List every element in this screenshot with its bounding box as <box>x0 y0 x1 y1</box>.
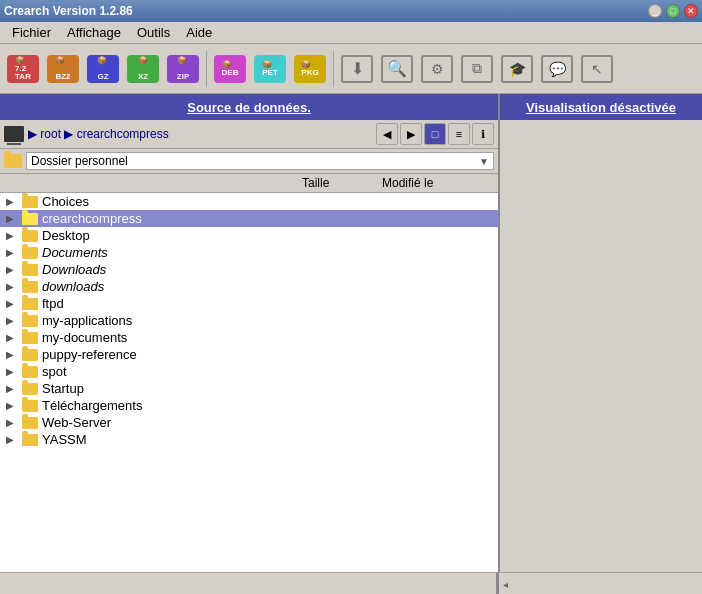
folder-icon-small <box>22 196 38 208</box>
folder-icon-small <box>22 315 38 327</box>
expand-arrow-icon: ▶ <box>2 281 18 292</box>
tree-item[interactable]: ▶Téléchargements <box>0 397 498 414</box>
menu-aide[interactable]: Aide <box>178 23 220 42</box>
item-name-label: downloads <box>42 279 104 294</box>
folder-icon-small <box>22 213 38 225</box>
toolbar-view[interactable]: 🔍 <box>378 50 416 88</box>
item-name-label: Web-Server <box>42 415 111 430</box>
menu-outils[interactable]: Outils <box>129 23 178 42</box>
expand-arrow-icon: ▶ <box>2 400 18 411</box>
nav-list-view[interactable]: ≡ <box>448 123 470 145</box>
tree-item[interactable]: ▶ftpd <box>0 295 498 312</box>
folder-icon-small <box>22 417 38 429</box>
folder-icon-small <box>22 434 38 446</box>
file-tree[interactable]: ▶Choices▶crearchcompress▶Desktop▶Documen… <box>0 193 498 572</box>
expand-arrow-icon: ▶ <box>2 247 18 258</box>
expand-arrow-icon: ▶ <box>2 349 18 360</box>
toolbar-bz2[interactable]: 📦BZ2 <box>44 50 82 88</box>
tree-item[interactable]: ▶Choices <box>0 193 498 210</box>
col-size-header: Taille <box>298 175 378 191</box>
toolbar-pkg[interactable]: 📦PKG <box>291 50 329 88</box>
folder-icon-small <box>22 366 38 378</box>
folder-icon-small <box>22 332 38 344</box>
right-panel-header: Visualisation désactivée <box>500 94 702 120</box>
toolbar-deb[interactable]: 📦DEB <box>211 50 249 88</box>
col-modified-header: Modifié le <box>378 175 498 191</box>
item-name-label: Choices <box>42 194 89 209</box>
folder-icon-small <box>22 281 38 293</box>
nav-back[interactable]: ◀ <box>376 123 398 145</box>
folder-icon-small <box>22 400 38 412</box>
item-name-label: my-documents <box>42 330 127 345</box>
expand-arrow-icon: ▶ <box>2 332 18 343</box>
folder-icon <box>4 154 22 168</box>
tree-item[interactable]: ▶Downloads <box>0 261 498 278</box>
item-name-label: Documents <box>42 245 108 260</box>
toolbar-extract[interactable]: ⬇ <box>338 50 376 88</box>
tree-item[interactable]: ▶my-applications <box>0 312 498 329</box>
toolbar-search[interactable]: ⚙ <box>418 50 456 88</box>
tree-item[interactable]: ▶Web-Server <box>0 414 498 431</box>
folder-selector[interactable]: Dossier personnel ▼ <box>26 152 494 170</box>
tree-item[interactable]: ▶Desktop <box>0 227 498 244</box>
nav-icon-view[interactable]: □ <box>424 123 446 145</box>
nav-forward[interactable]: ▶ <box>400 123 422 145</box>
toolbar-separator-2 <box>333 51 334 87</box>
close-button[interactable]: ✕ <box>684 4 698 18</box>
toolbar-tar[interactable]: 📦7.2TAR <box>4 50 42 88</box>
menu-bar: Fichier Affichage Outils Aide <box>0 22 702 44</box>
maximize-button[interactable]: □ <box>666 4 680 18</box>
tree-item[interactable]: ▶my-documents <box>0 329 498 346</box>
window-controls: _ □ ✕ <box>648 4 698 18</box>
toolbar-gz[interactable]: 📦GZ <box>84 50 122 88</box>
item-name-label: Downloads <box>42 262 106 277</box>
folder-icon-small <box>22 383 38 395</box>
left-panel-header: Source de données. <box>0 94 500 120</box>
dropdown-arrow-icon: ▼ <box>479 156 489 167</box>
expand-arrow-icon: ▶ <box>2 315 18 326</box>
tree-item[interactable]: ▶downloads <box>0 278 498 295</box>
expand-arrow-icon: ▶ <box>2 383 18 394</box>
monitor-icon <box>4 126 24 142</box>
nav-info[interactable]: ℹ <box>472 123 494 145</box>
window-title: Crearch Version 1.2.86 <box>4 4 133 18</box>
expand-arrow-icon: ▶ <box>2 434 18 445</box>
status-bar: ◂ <box>0 572 702 594</box>
toolbar-cursor[interactable]: ↖ <box>578 50 616 88</box>
toolbar-xz[interactable]: 📦XZ <box>124 50 162 88</box>
status-left <box>0 573 498 594</box>
toolbar-learn[interactable]: 🎓 <box>498 50 536 88</box>
folder-icon-small <box>22 349 38 361</box>
folder-icon-small <box>22 298 38 310</box>
tree-item[interactable]: ▶spot <box>0 363 498 380</box>
minimize-button[interactable]: _ <box>648 4 662 18</box>
expand-arrow-icon: ▶ <box>2 366 18 377</box>
menu-affichage[interactable]: Affichage <box>59 23 129 42</box>
expand-arrow-icon: ▶ <box>2 230 18 241</box>
item-name-label: YASSM <box>42 432 87 447</box>
tree-item[interactable]: ▶crearchcompress <box>0 210 498 227</box>
toolbar-zip[interactable]: 📦ZIP <box>164 50 202 88</box>
item-name-label: Desktop <box>42 228 90 243</box>
toolbar-chat[interactable]: 💬 <box>538 50 576 88</box>
tree-item[interactable]: ▶Documents <box>0 244 498 261</box>
toolbar-separator-1 <box>206 51 207 87</box>
toolbar-pet[interactable]: 📦PET <box>251 50 289 88</box>
item-name-label: spot <box>42 364 67 379</box>
item-name-label: puppy-reference <box>42 347 137 362</box>
breadcrumb: ▶ root ▶ crearchcompress <box>28 127 169 141</box>
panels-content: ▶ root ▶ crearchcompress ◀ ▶ □ ≡ ℹ Dossi… <box>0 120 702 572</box>
folder-icon-small <box>22 247 38 259</box>
expand-arrow-icon: ▶ <box>2 417 18 428</box>
nav-buttons: ◀ ▶ □ ≡ ℹ <box>376 123 494 145</box>
tree-item[interactable]: ▶puppy-reference <box>0 346 498 363</box>
menu-fichier[interactable]: Fichier <box>4 23 59 42</box>
tree-item[interactable]: ▶Startup <box>0 380 498 397</box>
expand-arrow-icon: ▶ <box>2 264 18 275</box>
title-bar: Crearch Version 1.2.86 _ □ ✕ <box>0 0 702 22</box>
panel-resize-handle[interactable]: ◂ <box>498 573 512 594</box>
toolbar-copy[interactable]: ⧉ <box>458 50 496 88</box>
column-headers: Taille Modifié le <box>0 174 498 193</box>
item-name-label: Startup <box>42 381 84 396</box>
tree-item[interactable]: ▶YASSM <box>0 431 498 448</box>
